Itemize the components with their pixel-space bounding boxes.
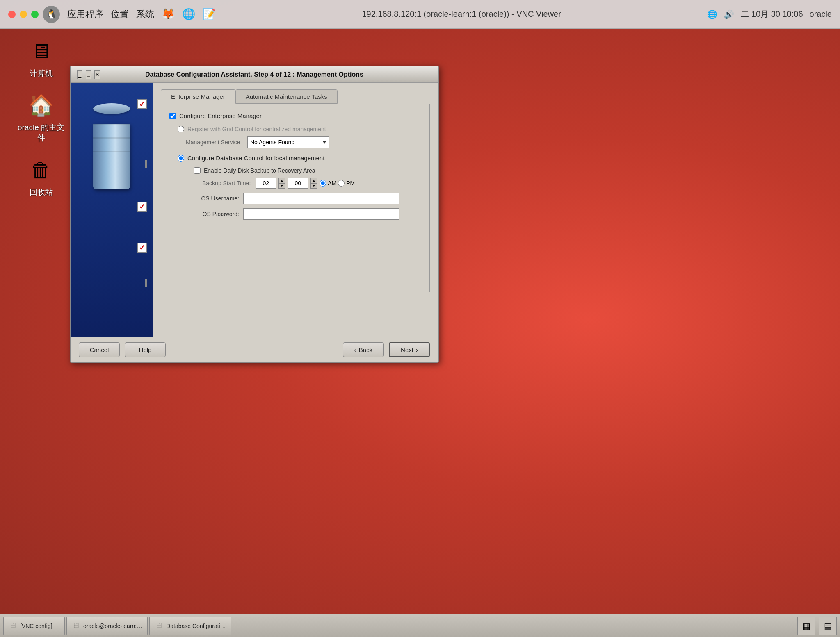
am-label[interactable]: AM — [328, 180, 336, 187]
taskbar-desktop-btn[interactable]: ▤ — [819, 617, 837, 635]
minute-up-btn[interactable]: ▲ — [310, 178, 317, 183]
network-status-icon: 🌐 — [707, 9, 717, 19]
next-arrow-icon: › — [416, 346, 418, 353]
trash-icon[interactable]: 🗑 回收站 — [16, 156, 66, 198]
firefox-icon[interactable]: 🦊 — [162, 8, 175, 20]
cylinder-body — [93, 124, 130, 189]
home-label: oracle 的主文件 — [16, 122, 66, 143]
db-control-row: Configure Database Control for local man… — [178, 155, 421, 162]
hour-spinner: ▲ ▼ — [278, 178, 285, 189]
dialog-body: ✓ — [71, 83, 438, 337]
am-radio[interactable] — [320, 180, 326, 187]
computer-icon[interactable]: 🖥 计算机 — [16, 37, 66, 79]
grid-control-row: Register with Grid Control for centraliz… — [178, 126, 421, 132]
db-control-label[interactable]: Configure Database Control for local man… — [187, 155, 324, 162]
desktop: 🐧 应用程序 位置 系统 🦊 🌐 📝 192.168.8.120:1 (orac… — [0, 0, 840, 637]
dialog-close-btn[interactable]: ✕ — [94, 70, 100, 79]
system-menu[interactable]: 系统 — [136, 8, 154, 20]
backup-checkbox-row: Enable Daily Disk Backup to Recovery Are… — [194, 167, 421, 174]
taskbar-item-dbca[interactable]: 🖥 Database Configurati… — [149, 617, 231, 635]
os-password-row: OS Password: — [186, 208, 421, 220]
trash-label: 回收站 — [30, 187, 53, 198]
backup-time-row: Backup Start Time: 02 ▲ ▼ 00 ▲ ▼ — [202, 178, 421, 189]
maximize-button[interactable] — [31, 11, 39, 18]
configure-em-checkbox[interactable] — [169, 113, 176, 119]
grid-control-label[interactable]: Register with Grid Control for centraliz… — [187, 126, 326, 132]
dialog-titlebar: _ □ ✕ Database Configuration Assistant, … — [71, 66, 438, 83]
taskbar-oracle-label: oracle@oracle-learn:… — [83, 623, 142, 629]
menubar: 🐧 应用程序 位置 系统 🦊 🌐 📝 192.168.8.120:1 (orac… — [0, 0, 840, 29]
os-username-row: OS Username: — [186, 193, 421, 204]
desktop-icons: 🖥 计算机 🏠 oracle 的主文件 🗑 回收站 — [16, 37, 66, 198]
next-button[interactable]: Next › — [389, 342, 430, 357]
dialog-minimize-btn[interactable]: _ — [77, 70, 82, 79]
window-title: 192.168.8.120:1 (oracle-learn:1 (oracle)… — [216, 9, 707, 19]
volume-icon: 🔊 — [724, 9, 734, 19]
footer-right-buttons: ‹ Back Next › — [343, 342, 430, 357]
apps-menu[interactable]: 应用程序 — [67, 8, 103, 20]
home-folder-icon[interactable]: 🏠 oracle 的主文件 — [16, 91, 66, 143]
os-password-input[interactable] — [243, 208, 399, 220]
tab-automatic-maintenance[interactable]: Automatic Maintenance Tasks — [235, 89, 338, 104]
grid-control-radio[interactable] — [178, 126, 184, 132]
sidebar-check-5 — [145, 280, 147, 287]
backup-start-label: Backup Start Time: — [202, 180, 251, 187]
minute-down-btn[interactable]: ▼ — [310, 183, 317, 189]
pm-radio[interactable] — [338, 180, 345, 187]
position-menu[interactable]: 位置 — [111, 8, 129, 20]
mgmt-service-label: Management Service — [186, 139, 243, 146]
sidebar-check-3: ✓ — [137, 202, 147, 212]
taskbar-dbca-icon: 🖥 — [155, 621, 163, 630]
pm-label[interactable]: PM — [346, 180, 355, 187]
sidebar-check-4: ✓ — [137, 243, 147, 253]
backup-hour-input[interactable]: 02 — [256, 178, 276, 189]
backup-checkbox[interactable] — [194, 167, 201, 174]
taskbar-oracle-icon: 🖥 — [72, 621, 80, 630]
tab-enterprise-manager[interactable]: Enterprise Manager — [161, 89, 235, 104]
configure-em-row: Configure Enterprise Manager — [169, 112, 421, 119]
footer-left-buttons: Cancel Help — [79, 342, 166, 357]
sidebar-check-2 — [145, 161, 147, 168]
tabs: Enterprise Manager Automatic Maintenance… — [161, 89, 430, 104]
taskbar-vnc-icon: 🖥 — [9, 621, 17, 630]
help-button[interactable]: Help — [125, 342, 166, 357]
datetime: 二 10月 30 10:06 — [741, 9, 803, 20]
backup-minute-input[interactable]: 00 — [288, 178, 308, 189]
hour-up-btn[interactable]: ▲ — [278, 178, 285, 183]
taskbar-item-vnc[interactable]: 🖥 [VNC config] — [3, 617, 65, 635]
dialog-title: Database Configuration Assistant, Step 4… — [100, 71, 409, 78]
tab-panel-em: Configure Enterprise Manager Register wi… — [161, 104, 430, 292]
back-button[interactable]: ‹ Back — [343, 342, 384, 357]
backup-label[interactable]: Enable Daily Disk Backup to Recovery Are… — [204, 167, 315, 174]
back-label: Back — [359, 346, 372, 353]
edit-icon[interactable]: 📝 — [203, 8, 216, 20]
dialog-restore-btn[interactable]: □ — [86, 70, 91, 79]
mgmt-service-row: Management Service No Agents Found — [186, 136, 421, 148]
hour-down-btn[interactable]: ▼ — [278, 183, 285, 189]
apple-icon: 🐧 — [43, 6, 60, 23]
os-username-input[interactable] — [243, 193, 399, 204]
db-control-radio[interactable] — [178, 155, 184, 162]
db-graphic — [75, 103, 148, 185]
trash-image: 🗑 — [25, 156, 57, 184]
cancel-button[interactable]: Cancel — [79, 342, 120, 357]
taskbar-right: ▦ ▤ — [797, 617, 837, 635]
back-arrow-icon: ‹ — [354, 346, 356, 353]
menubar-left: 🐧 应用程序 位置 系统 🦊 🌐 📝 — [43, 6, 216, 23]
mgmt-service-select[interactable]: No Agents Found — [247, 136, 329, 148]
os-username-label: OS Username: — [186, 195, 239, 202]
dialog-sidebar: ✓ — [71, 83, 153, 337]
dialog-window: _ □ ✕ Database Configuration Assistant, … — [70, 66, 439, 363]
configure-em-label[interactable]: Configure Enterprise Manager — [179, 112, 262, 119]
network-icon[interactable]: 🌐 — [182, 8, 195, 20]
taskbar-vnc-label: [VNC config] — [20, 623, 52, 629]
computer-image: 🖥 — [25, 37, 57, 66]
minimize-button[interactable] — [20, 11, 27, 18]
close-button[interactable] — [8, 11, 16, 18]
taskbar-layout-btn[interactable]: ▦ — [797, 617, 815, 635]
cylinder-top — [93, 103, 130, 114]
taskbar-item-oracle[interactable]: 🖥 oracle@oracle-learn:… — [66, 617, 148, 635]
computer-label: 计算机 — [30, 68, 53, 79]
am-radio-group: AM PM — [320, 180, 355, 187]
menubar-right: 🌐 🔊 二 10月 30 10:06 oracle — [707, 9, 832, 20]
